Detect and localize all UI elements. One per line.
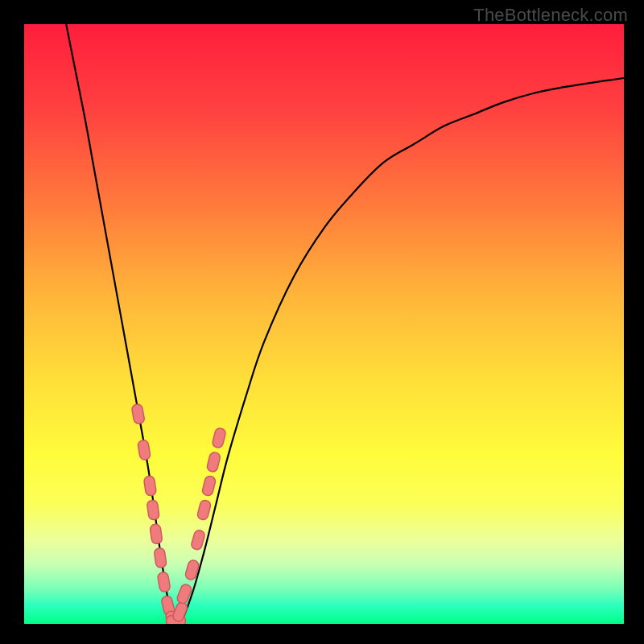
curve-marker xyxy=(131,403,145,424)
curve-marker xyxy=(143,476,156,497)
watermark-text: TheBottleneck.com xyxy=(473,5,628,26)
curve-marker xyxy=(190,529,205,551)
curve-marker xyxy=(201,475,216,496)
curve-marker xyxy=(147,500,159,521)
chart-svg xyxy=(24,24,624,624)
curve-marker xyxy=(150,524,163,545)
curve-marker xyxy=(212,427,226,448)
curve-marker xyxy=(196,499,211,520)
curve-marker xyxy=(154,547,167,568)
marker-group xyxy=(131,403,226,624)
curve-marker xyxy=(157,572,171,592)
curve-marker xyxy=(206,452,221,473)
chart-frame: TheBottleneck.com xyxy=(0,0,644,644)
curve-marker xyxy=(138,440,151,460)
bottleneck-curve-path xyxy=(66,24,624,624)
plot-area xyxy=(24,24,624,624)
